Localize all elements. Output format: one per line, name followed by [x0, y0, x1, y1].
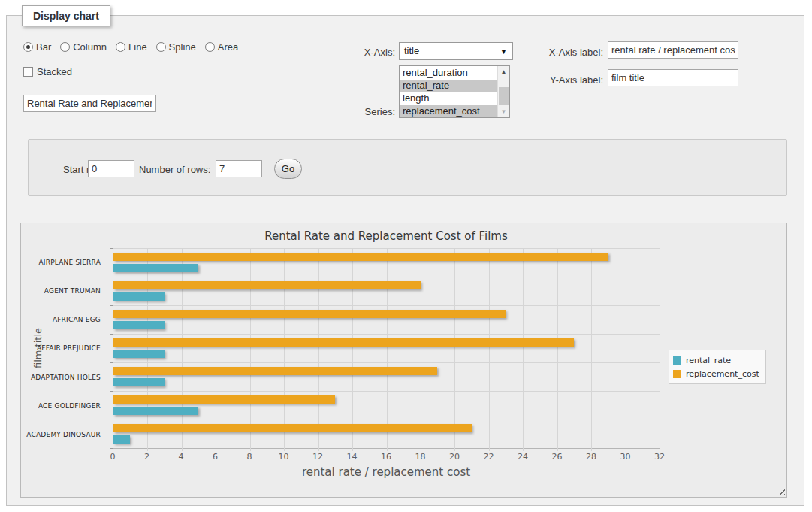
x-tick-label: 0: [110, 452, 116, 462]
legend-swatch: [673, 356, 681, 365]
bar-rental_rate[interactable]: [113, 350, 165, 358]
series-option-replacement_cost[interactable]: replacement_cost: [400, 105, 497, 117]
legend-label: replacement_cost: [686, 369, 759, 379]
x-tick-label: 4: [179, 452, 184, 462]
x-tick-label: 32: [654, 452, 665, 462]
plot-area: [113, 248, 660, 449]
radio-label: Spline: [169, 41, 196, 53]
x-tick-label: 24: [518, 452, 528, 462]
stacked-checkbox[interactable]: Stacked: [23, 66, 72, 77]
gridline-vertical: [660, 248, 660, 451]
checkbox-icon: [23, 67, 33, 77]
x-axis-ticks: 02468101214161820222426283032: [113, 452, 660, 462]
bar-rental_rate[interactable]: [113, 321, 165, 329]
bar-group: [113, 305, 660, 334]
page: Display chart BarColumnLineSplineArea St…: [0, 0, 812, 512]
category-label: AIRPLANE SIERRA: [21, 248, 107, 277]
go-button[interactable]: Go: [274, 159, 302, 179]
bar-group: [113, 362, 660, 391]
category-label: ACADEMY DINOSAUR: [21, 420, 107, 449]
x-tick-label: 10: [279, 452, 289, 462]
series-options: rental_durationrental_ratelengthreplacem…: [400, 66, 497, 117]
chart-type-area[interactable]: Area: [205, 41, 238, 53]
x-tick-label: 6: [213, 452, 218, 462]
radio-icon: [205, 42, 215, 52]
x-tick-label: 28: [586, 452, 596, 462]
x-tick-label: 14: [347, 452, 358, 462]
category-label: AGENT TRUMAN: [21, 277, 107, 305]
bar-rental_rate[interactable]: [113, 407, 198, 415]
x-tick-label: 18: [415, 452, 426, 462]
number-of-rows-label: Number of rows:: [139, 164, 210, 175]
category-axis-labels: AIRPLANE SIERRAAGENT TRUMANAFRICAN EGGAF…: [21, 248, 107, 449]
chart-type-spline[interactable]: Spline: [156, 41, 196, 53]
series-label: Series:: [320, 106, 395, 117]
legend-item-rental_rate[interactable]: rental_rate: [673, 353, 759, 367]
x-tick-label: 2: [144, 452, 149, 462]
bar-group: [113, 248, 660, 277]
chart-type-bar[interactable]: Bar: [23, 41, 51, 53]
radio-label: Line: [128, 41, 147, 53]
start-row-input[interactable]: [88, 160, 134, 177]
bar-rental_rate[interactable]: [113, 378, 165, 386]
chart-title-input[interactable]: [23, 95, 156, 112]
x-axis-selected-value: title: [404, 45, 419, 56]
display-chart-panel: Display chart BarColumnLineSplineArea St…: [6, 15, 804, 506]
bar-replacement_cost[interactable]: [113, 424, 472, 432]
stacked-label: Stacked: [37, 66, 72, 77]
radio-icon: [156, 42, 166, 52]
series-option-rental_duration[interactable]: rental_duration: [400, 67, 497, 80]
bar-rental_rate[interactable]: [113, 435, 130, 444]
series-option-rental_rate[interactable]: rental_rate: [400, 80, 497, 92]
legend-label: rental_rate: [686, 356, 731, 365]
panel-title: Display chart: [22, 5, 110, 26]
chart-type-radio-group: BarColumnLineSplineArea: [23, 41, 238, 53]
scroll-down-icon[interactable]: ▼: [498, 106, 509, 117]
number-of-rows-input[interactable]: [216, 160, 262, 177]
x-tick-label: 30: [620, 452, 631, 462]
y-axis-label-input[interactable]: [608, 69, 738, 86]
bar-replacement_cost[interactable]: [113, 281, 421, 289]
radio-icon: [116, 42, 125, 52]
y-axis-label-field-label: Y-Axis label:: [506, 74, 603, 86]
bar-rental_rate[interactable]: [113, 264, 198, 272]
series-option-length[interactable]: length: [400, 92, 497, 105]
category-label: ADAPTATION HOLES: [21, 363, 107, 392]
chart-type-line[interactable]: Line: [116, 41, 147, 53]
category-label: AFFAIR PREJUDICE: [21, 334, 107, 362]
x-tick-label: 12: [312, 452, 323, 462]
bar-replacement_cost[interactable]: [113, 338, 574, 347]
x-tick-label: 20: [449, 452, 460, 462]
bar-replacement_cost[interactable]: [113, 253, 608, 261]
bar-replacement_cost[interactable]: [113, 395, 335, 404]
series-listbox[interactable]: rental_durationrental_ratelengthreplacem…: [399, 65, 510, 118]
chart-title: Rental Rate and Replacement Cost of Film…: [113, 229, 660, 243]
legend-item-replacement_cost[interactable]: replacement_cost: [673, 367, 759, 380]
bar-group: [113, 420, 660, 448]
x-tick-label: 16: [381, 452, 391, 462]
chart-container: Rental Rate and Replacement Cost of Film…: [20, 223, 787, 498]
scrollbar-thumb[interactable]: [499, 87, 509, 105]
bar-replacement_cost[interactable]: [113, 367, 437, 375]
x-axis-select[interactable]: title ▼: [399, 42, 513, 60]
radio-icon: [60, 42, 70, 52]
chart-legend: rental_ratereplacement_cost: [669, 350, 766, 384]
x-tick-label: 8: [247, 452, 252, 462]
bar-replacement_cost[interactable]: [113, 310, 506, 318]
x-axis-label-field-label: X-Axis label:: [506, 47, 603, 58]
category-label: AFRICAN EGG: [21, 305, 107, 334]
bar-group: [113, 391, 660, 420]
legend-swatch: [673, 370, 681, 378]
chart-type-column[interactable]: Column: [60, 41, 107, 53]
x-axis-label-input[interactable]: [608, 41, 738, 59]
resize-grip-icon[interactable]: [776, 486, 785, 495]
x-axis-title: rental rate / replacement cost: [113, 465, 660, 479]
row-controls-box: Start row: Number of rows: Go: [28, 139, 787, 196]
radio-label: Bar: [36, 41, 51, 53]
bar-rental_rate[interactable]: [113, 292, 165, 301]
bar-group: [113, 277, 660, 305]
category-label: ACE GOLDFINGER: [21, 392, 107, 420]
x-axis-label: X-Axis:: [320, 47, 395, 58]
x-tick-label: 22: [484, 452, 494, 462]
radio-icon: [23, 42, 33, 52]
